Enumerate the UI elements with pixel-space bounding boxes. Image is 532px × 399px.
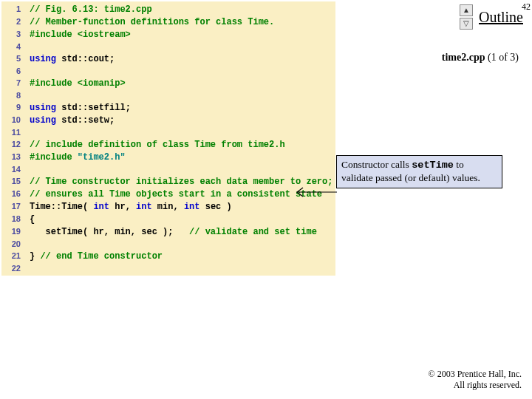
code-token: #include — [30, 78, 78, 89]
code-token: int — [184, 201, 200, 213]
line-number: 2 — [3, 16, 21, 27]
code-token: using — [30, 115, 61, 126]
code-line: 9using std::setfill; — [3, 101, 332, 114]
code-token: } — [30, 250, 40, 262]
code-token: std::cout; — [61, 53, 115, 65]
code-token: std::setw; — [61, 115, 115, 126]
line-number: 3 — [3, 28, 21, 40]
line-number: 18 — [3, 213, 21, 225]
code-token: using — [30, 53, 61, 65]
code-token: <iostream> — [78, 29, 131, 41]
code-token: // Time constructor initializes each dat… — [30, 176, 332, 188]
line-number: 15 — [3, 175, 21, 187]
code-line: 4 — [3, 41, 332, 52]
code-token: <iomanip> — [78, 78, 126, 89]
code-line: 7#include <iomanip> — [3, 77, 332, 89]
line-number: 17 — [3, 200, 21, 212]
code-line: 19 setTime( hr, min, sec ); // validate … — [3, 225, 332, 238]
callout-code: setTime — [412, 160, 454, 171]
footer-line-2: All rights reserved. — [429, 380, 522, 392]
line-number: 9 — [3, 101, 21, 113]
file-name: time2.cpp — [442, 52, 485, 63]
footer-line-1: © 2003 Prentice Hall, Inc. — [429, 369, 522, 381]
code-token: #include — [30, 151, 78, 163]
code-line: 5using std::cout; — [3, 52, 332, 65]
code-line: 3#include <iostream> — [3, 28, 332, 41]
outline-group: ▲ ▽ Outline — [460, 4, 523, 30]
line-number: 4 — [3, 41, 21, 52]
line-number: 8 — [3, 89, 21, 101]
code-line: 8 — [3, 89, 332, 101]
code-line: 15// Time constructor initializes each d… — [3, 175, 332, 188]
line-number: 5 — [3, 52, 21, 64]
code-token: Time::Time( — [30, 201, 93, 213]
code-token: sec ) — [200, 201, 231, 213]
code-token: int — [93, 201, 109, 213]
code-line: 22 — [3, 262, 332, 274]
code-token: setTime( hr, min, sec ); — [30, 226, 189, 238]
line-number: 21 — [3, 250, 21, 262]
line-number: 11 — [3, 126, 21, 138]
line-number: 12 — [3, 138, 21, 150]
prev-slide-button[interactable]: ▲ — [460, 4, 473, 16]
code-token: { — [30, 214, 35, 225]
next-slide-button[interactable]: ▽ — [460, 18, 473, 30]
code-line: 21} // end Time constructor — [3, 250, 332, 262]
code-line: 13#include "time2.h" — [3, 151, 332, 163]
code-line: 11 — [3, 126, 332, 138]
code-token: // validate and set time — [189, 226, 317, 238]
line-number: 10 — [3, 114, 21, 126]
outline-label: Outline — [479, 9, 523, 26]
line-number: 7 — [3, 77, 21, 89]
code-token: // ensures all Time objects start in a c… — [30, 188, 322, 200]
code-token: // Fig. 6.13: time2.cpp — [30, 4, 152, 16]
file-caption: time2.cpp (1 of 3) — [442, 52, 519, 64]
code-line: 1// Fig. 6.13: time2.cpp — [3, 3, 332, 16]
code-token: min, — [152, 201, 184, 213]
line-number: 22 — [3, 262, 21, 274]
code-token: int — [136, 201, 152, 213]
code-token: #include — [30, 29, 78, 41]
code-token: // end Time constructor — [40, 250, 163, 262]
code-token: std::setfill; — [61, 102, 131, 114]
code-line: 18{ — [3, 213, 332, 225]
code-line: 2// Member-function definitions for clas… — [3, 16, 332, 28]
line-number: 19 — [3, 225, 21, 237]
callout-text-1: Constructor calls — [341, 159, 412, 170]
code-token: using — [30, 102, 61, 114]
nav-arrows: ▲ ▽ — [460, 4, 473, 30]
code-listing: 1// Fig. 6.13: time2.cpp2// Member-funct… — [1, 1, 335, 276]
code-line: 20 — [3, 238, 332, 250]
line-number: 16 — [3, 188, 21, 200]
code-line: 14 — [3, 163, 332, 175]
code-token: hr, — [109, 201, 136, 213]
code-line: 16// ensures all Time objects start in a… — [3, 188, 332, 200]
line-number: 1 — [3, 3, 21, 15]
copyright-footer: © 2003 Prentice Hall, Inc. All rights re… — [429, 369, 522, 392]
line-number: 6 — [3, 65, 21, 77]
line-number: 13 — [3, 151, 21, 163]
code-line: 6 — [3, 65, 332, 77]
file-part: (1 of 3) — [488, 52, 519, 63]
line-number: 20 — [3, 238, 21, 250]
code-token: // Member-function definitions for class… — [30, 16, 274, 28]
callout-box: Constructor calls setTime to validate pa… — [336, 155, 502, 188]
code-line: 10using std::setw; — [3, 114, 332, 126]
line-number: 14 — [3, 163, 21, 175]
code-line: 17Time::Time( int hr, int min, int sec ) — [3, 200, 332, 213]
code-token: "time2.h" — [78, 151, 126, 163]
code-token: // include definition of class Time from… — [30, 139, 285, 151]
code-line: 12// include definition of class Time fr… — [3, 138, 332, 151]
